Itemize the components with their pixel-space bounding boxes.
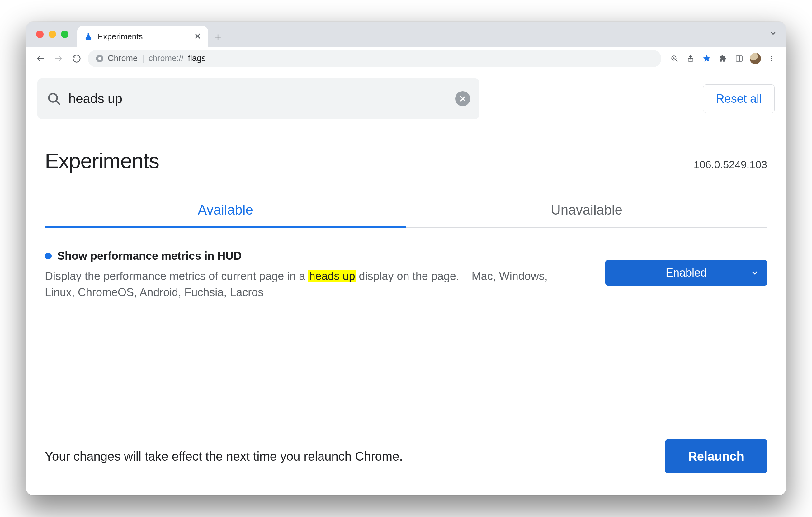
page-content: ✕ Reset all Experiments 106.0.5249.103 A… [26,70,786,495]
svg-point-14 [49,94,57,102]
tab-title: Experiments [98,32,143,41]
kebab-menu-icon[interactable] [765,52,778,65]
svg-point-11 [771,56,772,57]
tab-available[interactable]: Available [45,194,406,228]
window-controls [36,31,68,38]
reload-icon[interactable] [70,52,83,65]
extensions-icon[interactable] [716,52,730,65]
address-bar[interactable]: Chrome | chrome://flags [88,50,661,67]
flag-row: Show performance metrics in HUD Display … [26,228,786,313]
back-icon[interactable] [34,52,47,65]
browser-window: Experiments ✕ ＋ Chrome [26,22,786,495]
flag-tabs: Available Unavailable [45,194,767,228]
relaunch-button[interactable]: Relaunch [665,439,767,473]
tab-unavailable[interactable]: Unavailable [406,194,767,228]
clear-search-icon[interactable]: ✕ [455,91,470,106]
flag-desc-before: Display the performance metrics of curre… [45,270,308,283]
flag-desc-highlight: heads up [308,270,355,283]
browser-tab[interactable]: Experiments ✕ [77,26,208,47]
site-chip-label: Chrome [108,54,138,63]
url-scheme: chrome:// [148,54,184,63]
chrome-logo-icon [95,54,104,63]
site-chip: Chrome [95,54,138,63]
relaunch-bar: Your changes will take effect the next t… [26,425,786,495]
tabs-overflow-icon[interactable] [769,29,777,37]
new-tab-button[interactable]: ＋ [208,27,228,47]
svg-point-12 [771,58,772,59]
chevron-down-icon [750,268,759,277]
profile-avatar[interactable] [749,52,762,65]
window-zoom-icon[interactable] [61,31,68,38]
flag-title: Show performance metrics in HUD [57,250,241,263]
browser-toolbar: Chrome | chrome://flags [26,47,786,70]
svg-line-15 [56,101,60,105]
share-icon[interactable] [684,52,697,65]
reset-all-button[interactable]: Reset all [703,84,775,113]
chrome-version: 106.0.5249.103 [694,159,767,171]
url-path: flags [188,54,206,63]
zoom-icon[interactable] [668,52,681,65]
experiments-header: Experiments 106.0.5249.103 [26,127,786,176]
flask-icon [84,32,93,41]
flag-description: Display the performance metrics of curre… [45,268,549,300]
svg-point-13 [771,60,772,61]
tab-close-icon[interactable]: ✕ [194,32,201,41]
window-minimize-icon[interactable] [49,31,56,38]
modified-dot-icon [45,253,52,259]
sidepanel-icon[interactable] [732,52,746,65]
flag-state-label: Enabled [666,266,707,279]
forward-icon [52,52,65,65]
toolbar-actions [668,52,778,65]
bookmark-star-icon[interactable] [700,52,714,65]
flags-search-box[interactable]: ✕ [37,79,480,119]
svg-point-3 [98,57,101,60]
svg-line-5 [676,59,677,61]
chip-separator: | [142,54,144,63]
relaunch-message: Your changes will take effect the next t… [45,450,403,463]
search-row: ✕ Reset all [26,70,786,127]
flags-search-input[interactable] [68,91,448,107]
svg-rect-9 [736,56,742,61]
page-title: Experiments [45,149,159,173]
window-close-icon[interactable] [36,31,44,38]
search-icon [47,92,61,106]
tab-strip: Experiments ✕ ＋ [26,22,786,47]
flag-state-select[interactable]: Enabled [605,260,767,286]
